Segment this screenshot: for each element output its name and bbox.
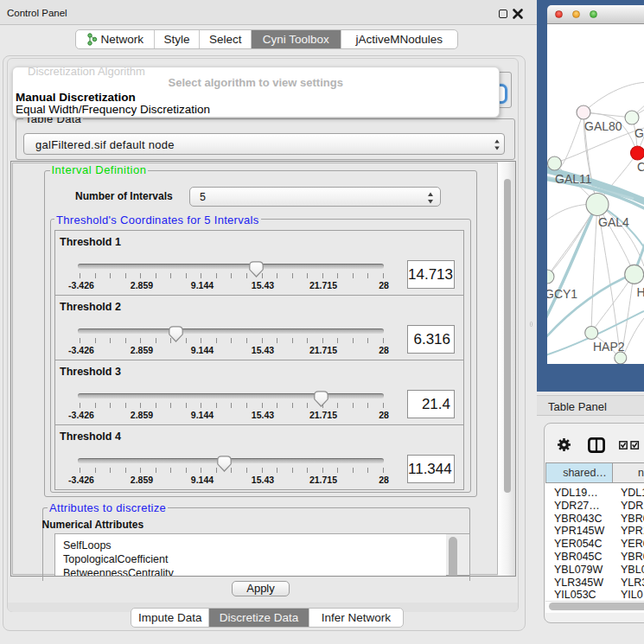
svg-text:GCY1: GCY1 xyxy=(547,287,577,301)
svg-text:HAP2: HAP2 xyxy=(593,340,625,354)
svg-text:GAL80: GAL80 xyxy=(584,119,622,133)
svg-text:C: C xyxy=(637,160,644,174)
svg-text:GAL11: GAL11 xyxy=(555,172,592,186)
svg-text:G.: G. xyxy=(634,126,644,140)
svg-text:GAL4: GAL4 xyxy=(598,215,629,229)
svg-text:H: H xyxy=(637,285,644,299)
